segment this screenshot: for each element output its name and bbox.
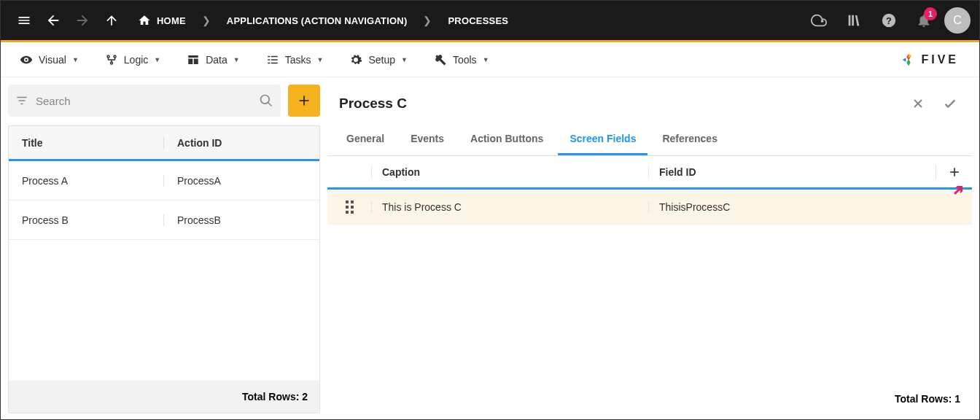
chevron-down-icon: ▼ (317, 56, 324, 63)
left-panel: Title Action ID Process A ProcessA Proce… (1, 77, 327, 420)
menu-tools[interactable]: Tools ▼ (421, 42, 502, 77)
tab-events[interactable]: Events (399, 124, 456, 155)
cell-action-id: ProcessA (164, 175, 319, 187)
help-icon[interactable]: ? (874, 6, 903, 35)
column-field-id[interactable]: Field ID (648, 166, 936, 178)
cell-action-id: ProcessB (164, 214, 319, 226)
menu-visual[interactable]: Visual ▼ (7, 42, 92, 77)
menu-logic[interactable]: Logic ▼ (92, 42, 174, 77)
column-title[interactable]: Title (9, 137, 164, 149)
cell-title: Process B (9, 214, 164, 226)
table-footer: Total Rows: 1 (327, 384, 972, 413)
library-icon[interactable] (839, 6, 868, 35)
table-icon (187, 53, 200, 66)
back-button[interactable] (39, 6, 68, 35)
up-button[interactable] (97, 6, 126, 35)
tasks-icon (266, 53, 279, 66)
search-input[interactable] (36, 95, 252, 107)
svg-point-3 (26, 58, 28, 61)
tab-screen-fields[interactable]: Screen Fields (558, 124, 648, 155)
logo-text: FIVE (921, 53, 959, 66)
breadcrumb-label: PROCESSES (448, 15, 508, 26)
column-action-id[interactable]: Action ID (164, 137, 319, 149)
menubar: Visual ▼ Logic ▼ Data ▼ Tasks ▼ Setup ▼ … (1, 42, 979, 77)
menu-label: Visual (39, 54, 66, 66)
table-row[interactable]: This is Process C ThisisProcessC (327, 190, 972, 225)
menu-label: Logic (124, 54, 148, 66)
chevron-down-icon: ▼ (483, 56, 489, 63)
svg-point-6 (110, 62, 112, 64)
total-rows-label: Total Rows: 2 (242, 391, 308, 402)
search-row (8, 85, 320, 117)
topbar-left: HOME ❯ APPLICATIONS (ACTION NAVIGATION) … (9, 6, 520, 35)
cell-title: Process A (9, 175, 164, 187)
breadcrumb: HOME ❯ APPLICATIONS (ACTION NAVIGATION) … (126, 14, 520, 27)
add-button[interactable] (288, 85, 320, 117)
logo-icon (901, 52, 917, 68)
tab-general[interactable]: General (335, 124, 396, 155)
svg-point-7 (261, 96, 270, 104)
breadcrumb-label: APPLICATIONS (ACTION NAVIGATION) (227, 15, 408, 26)
breadcrumb-label: HOME (157, 15, 186, 26)
chevron-down-icon: ▼ (401, 56, 408, 63)
search-box[interactable] (8, 85, 281, 117)
svg-point-4 (107, 55, 109, 58)
logic-icon (105, 53, 118, 66)
table-row[interactable]: Process B ProcessB (9, 201, 319, 240)
save-button[interactable] (937, 90, 963, 117)
tab-action-buttons[interactable]: Action Buttons (459, 124, 555, 155)
chevron-down-icon: ▼ (154, 56, 160, 63)
cell-field-id: ThisisProcessC (648, 201, 936, 213)
filter-icon[interactable] (15, 94, 28, 107)
tools-icon (434, 53, 447, 66)
home-icon (138, 14, 151, 27)
main: Title Action ID Process A ProcessA Proce… (1, 77, 979, 420)
detail-header: Process C (327, 85, 972, 124)
drag-handle[interactable] (327, 201, 371, 214)
tab-references[interactable]: References (650, 124, 729, 155)
breadcrumb-applications[interactable]: APPLICATIONS (ACTION NAVIGATION) (215, 15, 419, 26)
forward-button (68, 6, 97, 35)
tabs: General Events Action Buttons Screen Fie… (327, 124, 972, 156)
hamburger-menu-icon[interactable] (9, 6, 39, 35)
add-field-button[interactable]: ➔ (936, 165, 972, 179)
screen-fields-table: Caption Field ID ➔ This is Process C Thi… (327, 156, 972, 413)
chevron-right-icon: ❯ (198, 15, 215, 26)
column-caption[interactable]: Caption (371, 166, 648, 178)
avatar-initial: C (953, 14, 962, 27)
right-panel: Process C General Events Action Buttons … (327, 77, 979, 420)
detail-title: Process C (339, 96, 407, 112)
chevron-right-icon: ❯ (419, 15, 436, 26)
menu-label: Setup (368, 54, 395, 66)
total-rows-label: Total Rows: 1 (895, 393, 960, 405)
svg-text:?: ? (886, 15, 892, 26)
table-body: This is Process C ThisisProcessC (327, 190, 972, 384)
cell-caption: This is Process C (371, 201, 648, 213)
breadcrumb-home[interactable]: HOME (126, 14, 198, 27)
notification-badge: 1 (924, 7, 937, 20)
table-body: Process A ProcessA Process B ProcessB (9, 161, 319, 381)
table-header: Caption Field ID ➔ (327, 156, 972, 190)
process-list-table: Title Action ID Process A ProcessA Proce… (8, 125, 320, 413)
logo: FIVE (901, 52, 959, 68)
chevron-down-icon: ▼ (233, 56, 240, 63)
cloud-icon[interactable] (804, 6, 833, 35)
detail-actions (905, 90, 963, 117)
menu-data[interactable]: Data ▼ (174, 42, 253, 77)
chevron-down-icon: ▼ (72, 56, 79, 63)
eye-icon (20, 53, 33, 66)
menu-label: Data (206, 54, 228, 66)
topbar: HOME ❯ APPLICATIONS (ACTION NAVIGATION) … (1, 1, 979, 40)
close-button[interactable] (905, 90, 931, 117)
breadcrumb-processes[interactable]: PROCESSES (436, 15, 520, 26)
menu-label: Tasks (285, 54, 311, 66)
search-icon[interactable] (259, 93, 273, 108)
menu-setup[interactable]: Setup ▼ (336, 42, 421, 77)
menu-tasks[interactable]: Tasks ▼ (253, 42, 337, 77)
topbar-right: ? 1 C (804, 6, 971, 35)
table-row[interactable]: Process A ProcessA (9, 161, 319, 201)
gear-icon (349, 53, 362, 66)
notifications-button[interactable]: 1 (909, 6, 938, 35)
avatar[interactable]: C (944, 7, 971, 34)
svg-point-5 (114, 55, 116, 58)
